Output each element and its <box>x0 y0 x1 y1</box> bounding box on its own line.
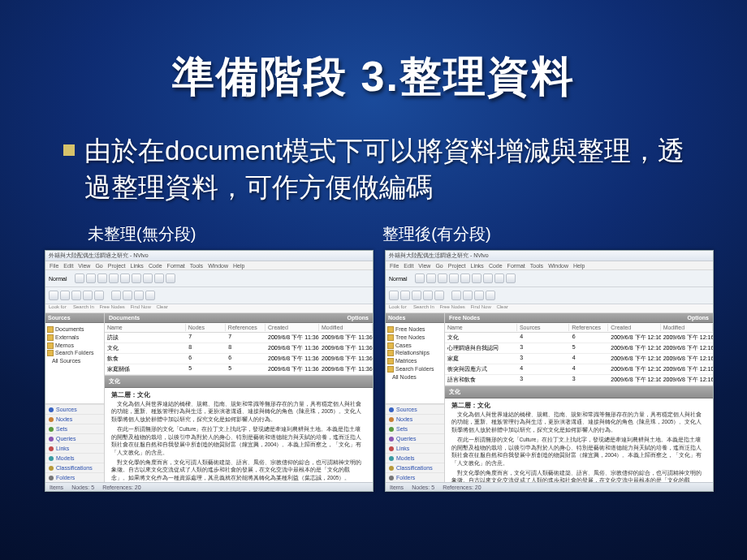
app-menubar[interactable]: File Edit View Go Project Links Code For… <box>45 261 373 270</box>
menu-item[interactable]: Help <box>573 263 585 269</box>
grid-columns[interactable]: Name Sources References Created Modified <box>445 323 713 333</box>
nav-link[interactable]: Models <box>45 453 104 463</box>
toolbar-button[interactable] <box>109 274 119 283</box>
toolbar-button[interactable] <box>71 291 81 300</box>
nav-link[interactable]: Classifications <box>45 463 104 472</box>
toolbar-button[interactable] <box>143 274 153 283</box>
tree-item[interactable]: Externals <box>47 334 102 342</box>
tree-item[interactable]: Search Folders <box>387 365 443 373</box>
tree-item[interactable]: All Sources <box>47 357 102 365</box>
toolbar-button[interactable] <box>120 274 130 283</box>
toolbar-button[interactable] <box>486 291 495 300</box>
toolbar-button[interactable] <box>60 291 70 300</box>
menu-item[interactable]: Links <box>471 263 484 269</box>
toolbar-button[interactable] <box>145 291 155 300</box>
toolbar-button[interactable] <box>463 291 473 300</box>
nav-link[interactable]: Folders <box>386 472 444 482</box>
clear-button[interactable]: Clear <box>156 304 167 309</box>
table-row[interactable]: 家庭關係552009/6/8 下午 11:362009/6/8 下午 11:36 <box>105 364 373 375</box>
table-row[interactable]: 衝突與因應方式442009/6/8 下午 12:102009/6/8 下午 12… <box>445 364 713 375</box>
menu-item[interactable]: Go <box>435 263 443 269</box>
menu-item[interactable]: Project <box>108 263 126 269</box>
toolbar-button[interactable] <box>423 291 433 300</box>
document-view[interactable]: 第二層：文化 文化為個人與世界連結的橋樑、規範、指南、規矩和常識等無形存在的力量… <box>445 398 713 482</box>
toolbar-button[interactable] <box>83 291 93 300</box>
toolbar-button[interactable] <box>451 291 461 300</box>
toolbar-button[interactable] <box>449 274 459 283</box>
toolbar-button[interactable] <box>75 274 84 283</box>
toolbar-button[interactable] <box>483 274 493 283</box>
tree-item[interactable]: Cases <box>387 342 443 350</box>
nav-link[interactable]: Sets <box>386 424 444 433</box>
toolbar-button[interactable] <box>166 274 175 283</box>
toolbar-button[interactable] <box>389 291 399 300</box>
menu-item[interactable]: Tools <box>190 263 203 269</box>
table-row[interactable]: 訪談772009/6/8 下午 11:362009/6/8 下午 11:36 <box>105 333 373 343</box>
toolbar-button[interactable] <box>472 274 481 283</box>
toolbar-button[interactable] <box>494 274 504 283</box>
nav-link[interactable]: Links <box>386 443 444 453</box>
toolbar-button[interactable] <box>111 291 121 300</box>
tree-item[interactable]: Search Folders <box>47 349 102 357</box>
col-header[interactable]: Name <box>445 324 517 331</box>
menu-item[interactable]: Edit <box>404 263 413 269</box>
col-header[interactable]: Modified <box>661 324 713 331</box>
tree-item[interactable]: Matrices <box>387 357 443 365</box>
nav-link[interactable]: Nodes <box>45 414 104 424</box>
col-header[interactable]: Nodes <box>186 324 226 331</box>
toolbar-button[interactable] <box>94 291 104 300</box>
tree-item[interactable]: Relationships <box>387 349 443 357</box>
app-menubar[interactable]: File Edit View Go Project Links Code For… <box>386 261 713 270</box>
nav-link[interactable]: Sources <box>45 404 104 414</box>
menu-item[interactable]: Window <box>548 263 568 269</box>
toolbar-button[interactable] <box>123 291 132 300</box>
col-header[interactable]: References <box>226 324 266 331</box>
menu-item[interactable]: Go <box>95 263 102 269</box>
nav-link[interactable]: Links <box>45 443 104 453</box>
nav-link[interactable]: Sets <box>45 424 104 433</box>
menu-item[interactable]: Format <box>507 263 525 269</box>
toolbar-button[interactable] <box>438 274 447 283</box>
toolbar-button[interactable] <box>134 291 144 300</box>
toolbar-button[interactable] <box>434 291 444 300</box>
toolbar-button[interactable] <box>460 274 470 283</box>
sidebar-tree[interactable]: Free Nodes Tree Nodes Cases Relationship… <box>386 323 444 403</box>
nav-link[interactable]: Queries <box>45 433 104 443</box>
table-row[interactable]: 文化462009/6/8 下午 12:162009/6/8 下午 12:16 <box>445 333 713 343</box>
search-scope[interactable]: Free Nodes <box>99 304 124 309</box>
table-row[interactable]: 家庭342009/6/8 下午 12:162009/6/8 下午 12:16 <box>445 354 713 364</box>
menu-item[interactable]: Format <box>167 263 185 269</box>
menu-item[interactable]: Code <box>489 263 503 269</box>
menu-item[interactable]: Help <box>233 263 244 269</box>
nav-link[interactable]: Classifications <box>386 463 444 472</box>
col-header[interactable]: Sources <box>517 324 569 331</box>
toolbar-button[interactable] <box>49 291 58 300</box>
find-now-button[interactable]: Find Now <box>470 304 490 309</box>
col-header[interactable]: Created <box>266 324 319 331</box>
toolbar-button[interactable] <box>474 291 484 300</box>
grid-columns[interactable]: Name Nodes References Created Modified <box>105 323 373 333</box>
toolbar-button[interactable] <box>154 274 164 283</box>
toolbar-button[interactable] <box>86 274 96 283</box>
toolbar-button[interactable] <box>400 291 410 300</box>
table-row[interactable]: 文化882009/6/8 下午 11:362009/6/8 下午 11:36 <box>105 343 373 354</box>
nav-link[interactable]: Sources <box>386 404 444 414</box>
menu-item[interactable]: File <box>390 263 399 269</box>
table-row[interactable]: 飲食662009/6/8 下午 11:362009/6/8 下午 11:36 <box>105 354 373 364</box>
tree-item[interactable]: Documents <box>47 325 102 334</box>
search-bar[interactable]: Look for Search In Free Nodes Find Now C… <box>386 304 713 313</box>
tree-item[interactable]: All Nodes <box>387 373 443 381</box>
col-header[interactable]: Created <box>608 324 660 331</box>
find-now-button[interactable]: Find Now <box>130 304 150 309</box>
menu-item[interactable]: Window <box>208 263 228 269</box>
document-view[interactable]: 第二層：文化 文化為個人與世界連結的橋樑、規範、指南、規矩和常識等無形存在的力量… <box>105 388 373 482</box>
nav-link[interactable]: Nodes <box>386 414 444 424</box>
col-header[interactable]: References <box>569 324 608 331</box>
col-header[interactable]: Name <box>105 324 186 331</box>
toolbar-button[interactable] <box>97 274 107 283</box>
search-scope[interactable]: Free Nodes <box>439 304 464 309</box>
menu-item[interactable]: Code <box>149 263 162 269</box>
toolbar-button[interactable] <box>132 274 141 283</box>
table-row[interactable]: 心理調適與自我認同352009/6/8 下午 12:162009/6/8 下午 … <box>445 343 713 354</box>
menu-item[interactable]: View <box>78 263 90 269</box>
